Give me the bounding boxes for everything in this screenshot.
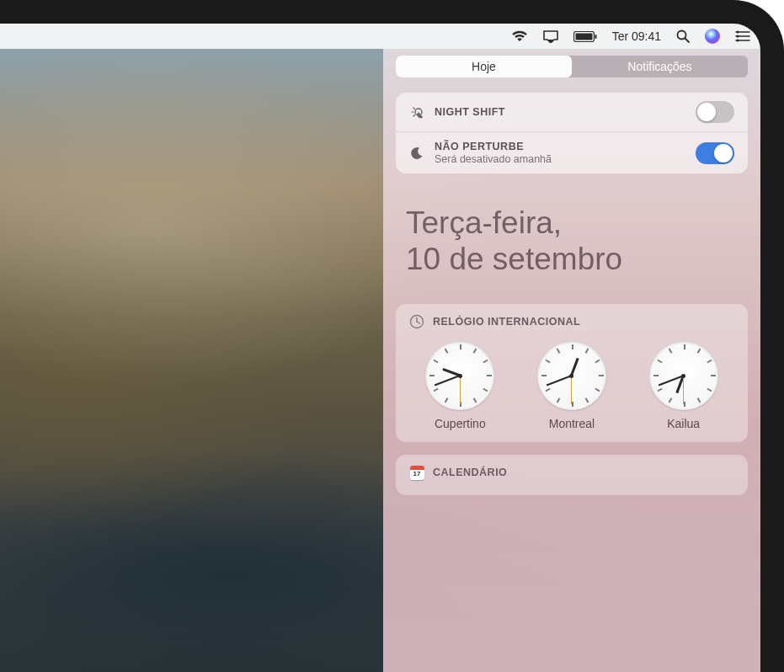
clock-city-label: Cupertino — [435, 417, 486, 430]
svg-point-9 — [736, 35, 739, 37]
dnd-title: NÃO PERTURBE — [435, 141, 685, 152]
night-shift-icon — [409, 104, 424, 120]
moon-icon — [409, 146, 424, 161]
night-shift-toggle[interactable] — [696, 101, 734, 123]
airplay-icon[interactable] — [543, 30, 558, 43]
night-shift-title: NIGHT SHIFT — [435, 106, 685, 118]
svg-rect-1 — [575, 33, 592, 40]
date-line-1: Terça-feira, — [406, 205, 738, 242]
siri-icon[interactable] — [705, 29, 720, 44]
svg-rect-2 — [595, 35, 596, 39]
calendar-icon — [409, 465, 424, 480]
nc-tab-bar: Hoje Notificações — [396, 56, 748, 77]
notification-center-panel: Hoje Notificações NIGHT SHIFT NÃO PERTUR… — [383, 49, 760, 672]
clock-item: Montreal — [537, 341, 606, 430]
wifi-icon[interactable] — [511, 30, 528, 42]
clock-item: Cupertino — [425, 341, 494, 430]
notification-center-icon[interactable] — [735, 30, 750, 42]
world-clock-title: RELÓGIO INTERNACIONAL — [433, 316, 580, 328]
dnd-row: NÃO PERTURBE Será desativado amanhã — [396, 131, 748, 173]
svg-line-17 — [417, 322, 420, 323]
clock-city-label: Kailua — [667, 417, 700, 430]
svg-line-14 — [413, 115, 415, 117]
tab-today[interactable]: Hoje — [396, 56, 572, 77]
clock-item: Kailua — [649, 341, 718, 430]
tab-notifications[interactable]: Notificações — [572, 56, 748, 77]
svg-point-10 — [736, 39, 739, 41]
clock-face — [649, 341, 718, 410]
svg-point-8 — [736, 30, 739, 33]
clock-face — [537, 341, 606, 410]
svg-line-13 — [413, 108, 415, 109]
clock-face — [425, 341, 494, 410]
world-clock-widget: RELÓGIO INTERNACIONAL CupertinoMontrealK… — [396, 304, 748, 442]
dnd-subtitle: Será desativado amanhã — [435, 153, 685, 165]
clock-icon — [409, 314, 424, 329]
quick-toggles-card: NIGHT SHIFT NÃO PERTURBE Será desativado… — [396, 93, 748, 173]
menu-bar: Ter 09:41 — [0, 24, 760, 49]
night-shift-row: NIGHT SHIFT — [396, 93, 748, 131]
calendar-widget: CALENDÁRIO — [396, 455, 748, 495]
spotlight-icon[interactable] — [676, 29, 690, 43]
clock-city-label: Montreal — [549, 417, 595, 430]
battery-icon[interactable] — [573, 31, 597, 42]
date-line-2: 10 de setembro — [406, 242, 738, 278]
menubar-datetime[interactable]: Ter 09:41 — [612, 29, 661, 43]
svg-line-4 — [685, 39, 690, 43]
calendar-title: CALENDÁRIO — [433, 467, 507, 478]
today-date-heading: Terça-feira, 10 de setembro — [396, 190, 748, 304]
dnd-toggle[interactable] — [696, 142, 734, 164]
